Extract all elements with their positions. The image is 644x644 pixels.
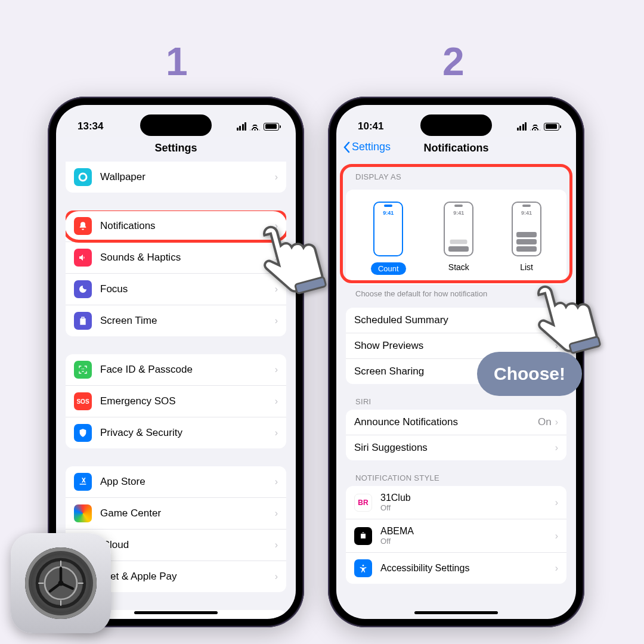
chevron-right-icon: › [275, 172, 278, 182]
row-label: Focus [100, 283, 275, 295]
gamecenter-icon [74, 504, 92, 522]
row-label: Show Previews [354, 340, 552, 352]
settings-row-screentime[interactable]: Screen Time › [66, 305, 286, 336]
privacy-icon [74, 424, 92, 442]
appstore-icon [74, 473, 92, 491]
row-announce-notifications[interactable]: Announce Notifications On › [346, 410, 566, 435]
settings-row-privacy[interactable]: Privacy & Security › [66, 417, 286, 448]
back-button[interactable]: Settings [342, 141, 391, 153]
row-label: ABEMA [380, 526, 555, 537]
signal-icon [517, 122, 527, 131]
row-label: allet & Apple Pay [100, 571, 275, 583]
row-label: Scheduled Summary [354, 314, 552, 326]
settings-row-sos[interactable]: SOS Emergency SOS › [66, 386, 286, 417]
notification-style-label: NOTIFICATION STYLE [346, 460, 566, 486]
chevron-right-icon: › [555, 497, 558, 508]
row-app-accessibility[interactable]: Accessibility Settings › [346, 553, 566, 584]
home-indicator [414, 611, 498, 614]
faceid-icon [74, 361, 92, 379]
chevron-right-icon: › [275, 476, 278, 487]
chevron-right-icon: › [275, 571, 278, 582]
back-label: Settings [352, 141, 391, 153]
row-label: iCloud [100, 539, 275, 551]
nav-bar: Settings [56, 137, 296, 162]
display-option-stack[interactable]: 9:41 Stack [444, 202, 473, 275]
display-option-count[interactable]: 9:41 Count [371, 202, 406, 275]
wifi-icon [250, 123, 260, 131]
row-label: Announce Notifications [354, 416, 538, 428]
sos-icon: SOS [74, 392, 92, 410]
tap-pointer-1 [250, 209, 328, 306]
screentime-icon [74, 312, 92, 330]
wifi-icon [530, 123, 540, 131]
settings-row-appstore[interactable]: App Store › [66, 466, 286, 498]
settings-app-icon [11, 533, 111, 633]
chevron-right-icon: › [275, 364, 278, 375]
chevron-right-icon: › [275, 428, 278, 438]
chevron-right-icon: › [275, 315, 278, 326]
dynamic-island [420, 114, 492, 136]
dynamic-island [140, 114, 212, 136]
row-app-31club[interactable]: BR 31ClubOff › [346, 486, 566, 519]
row-label: Wallpaper [100, 171, 275, 183]
svg-point-9 [58, 581, 64, 586]
chevron-right-icon: › [555, 563, 558, 574]
row-siri-suggestions[interactable]: Siri Suggestions › [346, 435, 566, 460]
row-label: Accessibility Settings [380, 563, 555, 574]
chevron-right-icon: › [275, 396, 278, 407]
row-subtext: Off [380, 503, 555, 512]
page-title: Settings [56, 142, 296, 154]
choose-bubble: Choose! [477, 352, 582, 396]
row-label: Game Center [100, 507, 275, 519]
focus-icon [74, 280, 92, 298]
sounds-icon [74, 249, 92, 267]
row-subtext: Off [380, 537, 555, 546]
signal-icon [237, 122, 247, 131]
row-label: Notifications [100, 220, 275, 232]
mini-phone-list: 9:41 [512, 202, 541, 256]
option-label: Count [371, 262, 406, 275]
row-app-abema[interactable]: ABEMAOff › [346, 519, 566, 553]
chevron-right-icon: › [555, 442, 558, 453]
app-icon-abema [354, 527, 372, 545]
wallpaper-icon [74, 168, 92, 186]
chevron-right-icon: › [555, 417, 558, 428]
battery-icon [544, 123, 559, 131]
row-label: Face ID & Passcode [100, 364, 275, 376]
battery-icon [264, 123, 279, 131]
status-time: 13:34 [78, 120, 103, 132]
chevron-right-icon: › [555, 531, 558, 541]
home-indicator [134, 611, 218, 614]
step-2-number: 2 [442, 39, 465, 84]
chevron-right-icon: › [275, 540, 278, 550]
notifications-icon [74, 217, 92, 235]
display-option-list[interactable]: 9:41 List [512, 202, 541, 275]
chevron-right-icon: › [275, 508, 278, 519]
app-icon-accessibility [354, 559, 372, 577]
row-label: 31Club [380, 493, 555, 503]
row-value: On [538, 416, 552, 428]
row-label: Privacy & Security [100, 427, 275, 439]
settings-row-faceid[interactable]: Face ID & Passcode › [66, 354, 286, 386]
nav-bar: Settings Notifications [336, 137, 576, 162]
row-label: Sounds & Haptics [100, 252, 275, 264]
app-icon-31club: BR [354, 494, 372, 512]
row-label: Emergency SOS [100, 395, 275, 407]
option-label: Stack [448, 262, 469, 272]
row-label: App Store [100, 476, 275, 488]
step-1-number: 1 [166, 39, 188, 84]
status-time: 10:41 [358, 120, 383, 132]
row-label: Siri Suggestions [354, 442, 555, 454]
display-as-label: DISPLAY AS [346, 162, 566, 185]
settings-row-gamecenter[interactable]: Game Center › [66, 498, 286, 530]
mini-phone-stack: 9:41 [444, 202, 473, 256]
mini-phone-count: 9:41 [373, 202, 403, 256]
svg-point-1 [363, 565, 364, 566]
row-label: Screen Time [100, 315, 275, 327]
settings-row-wallpaper[interactable]: Wallpaper › [66, 162, 286, 193]
